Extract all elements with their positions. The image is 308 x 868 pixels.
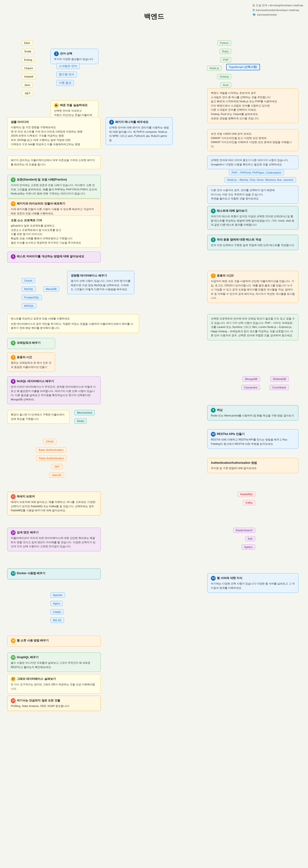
num-7: 7: [11, 355, 15, 360]
ws-msiis: MS IIS: [50, 618, 64, 623]
github-icon-1: ⊙: [252, 4, 255, 7]
pkg-lib-title: 패키지와 라이브러리 만들어 배포하기: [17, 202, 65, 206]
oss-title: 오픈 소스 프로젝트 기여: [11, 218, 97, 223]
lang-rust: Rust: [220, 82, 231, 88]
db-mariadb: MariaDB: [43, 286, 59, 292]
functional-lang-label: 함수형 언어: [56, 71, 77, 78]
test-about-title: 테스트에 대해 알아보기: [217, 209, 247, 213]
social-links: ⊙ 민글 번역 • devJang/developer-roadmap ⊙ ka…: [252, 4, 303, 16]
graphql-title: GraphQL 배우기: [17, 655, 39, 660]
db-test-body: 테스트를 작성하고 표준과 모범 사례를 수행하세요: [11, 317, 136, 321]
db-learn-title: 경량형 데이터베이스 배우기: [71, 273, 131, 278]
num-1: 1: [54, 51, 59, 56]
mentioned-body: Profiling, Static Analysis, DDD, SOAP 중요…: [11, 704, 97, 708]
search-elastic: ElasticSearch: [233, 528, 255, 533]
lang-scala: Scala: [22, 49, 34, 54]
social-github-1[interactable]: ⊙ 민글 번역 • devJang/developer-roadmap: [252, 4, 303, 7]
ws-caddy: Caddy: [50, 609, 64, 615]
framework-box: 6 프레임워크 배우기: [7, 338, 55, 349]
app-time2-body: 지금까지 배운 모든 것을 사용하여 간단한 어플리케이션을 만듭니다. 가입,…: [211, 279, 295, 300]
standards-box: 3 표준(Standard) 및 모범 사례(Practice) 각각의 언어에…: [7, 175, 101, 198]
package-note-box: 패키지 관리자는 어플리케이션에서 외부 의존성을 가져와 소유한 패키지를 배…: [7, 156, 101, 169]
db-oracle: Oracle: [22, 278, 35, 283]
social-twitter[interactable]: 🐦 kamranahmedse: [252, 13, 303, 16]
num-5: 5: [11, 254, 15, 259]
caching-detail-box: 9 캐싱 Redis 또는 Memcached를 사용하여 앱 레벨 캐싱을 구…: [207, 405, 298, 421]
graphql-box: 16 GraphQL 배우기 필수 사용은 아니지만 자유롭게 살펴보고 그것이…: [7, 652, 101, 672]
num-9: 9: [211, 408, 216, 413]
db-learn-box: 경량형 데이터베이스 배우기 몇가지 선택 사항이 있습니다 그러나 만약 한가…: [67, 271, 134, 294]
caching-note-body: 확장이 끝나면 더 단계에서 구축한 어플리케이션에 캐싱을 구현합니다: [11, 413, 66, 421]
graphql-body: 필수 사용은 아니지만 자유롭게 살펴보고 그것이 무엇인지 왜 새로운 RES…: [11, 661, 97, 669]
num-10: 10: [211, 432, 216, 437]
auth-jwt: JWT: [52, 464, 63, 469]
num-14: 14: [211, 576, 216, 581]
rest-api-title: RESTful APIs 만들기: [217, 432, 245, 436]
unit-test-title: 위의 응용 앱에에 대한 테스트 작성: [217, 238, 261, 242]
package-manager-box: 2 패키지 매니저를 배우세요 선택한 언어에 대해 패키지 관리자를 사용하는…: [106, 117, 173, 145]
lang-java: Java: [22, 82, 33, 88]
graph-db-body: 또 다시 요구되지는 않지만 그래프 DB가 제공하는 것을 조금 이해해야합니…: [11, 682, 97, 691]
num-2: 2: [109, 120, 114, 125]
beginner-body: 백엔드 개발을 시작하는 초보자의 경우 스크립트 언어 중 하나를 선택하는 …: [211, 91, 295, 121]
test-phpunit: PHP – PHPUnit, PHPSpec, Codeception: [229, 170, 284, 175]
app-time2-title: 응용의 시간2: [217, 273, 234, 278]
main-canvas: Elixir Scala Erlang Clojure Haskell Java…: [5, 26, 303, 866]
web-servers-title: 웹 서버에 대한 지식: [217, 576, 242, 581]
pkg-lib-box: 4 패키지와 라이브러리 만들어 배포하기 이제 패키지를 만들어 다른 사람이…: [7, 199, 101, 218]
unit-test-box: 5 위의 응용 앱에에 대한 테스트 작성 먼저 이전 단계에서 구현한 실제 …: [207, 235, 298, 250]
ws-nginx: Nginx: [50, 601, 63, 606]
script-lang-label: 스크립트 언어: [56, 63, 80, 69]
db-test-box: 테스트를 작성하고 표준과 모범 사례를 수행하세요 또한 데이터베이스의 경우…: [7, 314, 139, 333]
nosql-title: NoSQL 데이터베이스 배우기: [17, 379, 54, 383]
num-5c: 5: [211, 238, 216, 242]
sample-ideas-title: 샘플 아이디어: [11, 120, 97, 124]
unit-test-body: 먼저 이전 단계에서 구현한 실제 작업에 대한 단위 테스트를 작성합니다.: [211, 243, 295, 247]
websocket-title: 웹 소켓 사용 방법 배우기: [17, 638, 49, 643]
message-box: 11 메세지 브로커 메세지 브로커에 대해 알아보고, 왜를 이해하고, 하나…: [7, 492, 101, 516]
twitter-icon: 🐦: [252, 13, 256, 16]
auth-openid: OpenID: [49, 472, 64, 478]
social-text-2: kamranahmedse/developer-roadmap: [256, 9, 299, 11]
lang-typescript: TypeScript (선택사항): [226, 64, 260, 70]
app-time2-box: 7 응용의 시간2 지금까지 배운 모든 것을 사용하여 간단한 어플리케이션을…: [207, 271, 298, 303]
lang-select-body: 무수히 다양한 옵션들이 있습니다: [54, 57, 95, 61]
lang-python: Python: [217, 40, 231, 45]
github-icon-2: ⊙: [252, 8, 255, 12]
num-15: 15: [11, 638, 15, 643]
cache-memcached: Memcached: [74, 410, 95, 415]
num-8: 8: [11, 379, 15, 384]
auth-oauth: OAuth: [43, 439, 56, 444]
lang-nodejs: Node.js: [207, 65, 221, 71]
owasp-body: 보안 모범 사례에 대해 읽어 보세요. OWASP 가이드라인을 읽고 다양한…: [211, 132, 295, 149]
test-about-box: 5 테스트에 대해 알아보기 여러가지 테스트 유형이 있지만 지금은 선택한 …: [207, 206, 298, 230]
test-note-body: 다른 언어 사용자의 경우, 언어를 선택하지 않기 때문에 여기서는 어떤 것…: [211, 188, 295, 201]
lang-select-box: 1 언어 선택 무수히 다양한 옵션들이 있습니다: [50, 49, 98, 64]
test-note-box: 다른 언어 사용자의 경우, 언어를 선택하지 않기 때문에 여기서는 어떤 것…: [207, 186, 298, 204]
auth-token: Token Authentication: [36, 456, 67, 461]
sample-ideas-body: 사용하는 앱 가진 명령을 구현해보세요 예 'ls' 라인 포스트를 가져 와…: [11, 125, 97, 147]
lang-ruby: Ruby: [219, 49, 231, 54]
num-3: 3: [11, 177, 15, 182]
social-github-2[interactable]: ⊙ kamranahmedse/developer-roadmap: [252, 8, 303, 12]
web-servers-box: 14 웹 서버에 대한 지식 여기에는 다양한 선택 사항이 있습니다 다양한 …: [207, 573, 298, 593]
beginner-box: 백엔드 개발을 시작하는 초보자의 경우 스크립트 언어 중 하나를 선택하는 …: [207, 88, 298, 123]
social-text-1: 민글 번역 • devJang/developer-roadmap: [256, 4, 303, 7]
num-11: 11: [11, 494, 15, 499]
search-sphinx: Sphinx: [242, 545, 255, 550]
test-about-body: 여러가지 테스트 유형이 있지만 지금은 선택한 언어로 단위(유닛) 및 통합…: [211, 214, 295, 227]
num-18: 18: [11, 698, 15, 703]
practice-title: 배운 것을 실습하세요: [60, 103, 88, 107]
lang-clojure: Clojure: [22, 65, 35, 71]
framework-detail-box: 선택한 프로젝트와 언어에 따라 프레임 워크가 필요할 수도 있고 없을 수도…: [207, 314, 298, 340]
nosql-box: 8 NoSQL 데이터베이스 배우기 먼저 미라미 데이터베이스가 무엇인지, …: [7, 376, 101, 404]
search-body: 어플리케이션이 커지게 되면 데이터베이스에 대한 간단한 쿼리로는 해결하지 …: [11, 536, 97, 549]
framework-title: 프레임워크 배우기: [17, 341, 40, 345]
lang-erlang: Erlang: [22, 57, 35, 62]
rest-api-box: 10 RESTful APIs 만들기 REST에 대해 이해하고 RESTfu…: [207, 429, 298, 448]
num-practice: ▶: [54, 103, 59, 108]
db-mssql: MSSQL: [22, 303, 36, 308]
caching-body: Redis 또는 Memcached를 사용하여 앱 레벨 캐싱을 구현 방법 …: [211, 413, 295, 418]
lang-haskell: Haskell: [22, 74, 36, 79]
db-rethinkdb: RethinkDB: [270, 376, 289, 382]
